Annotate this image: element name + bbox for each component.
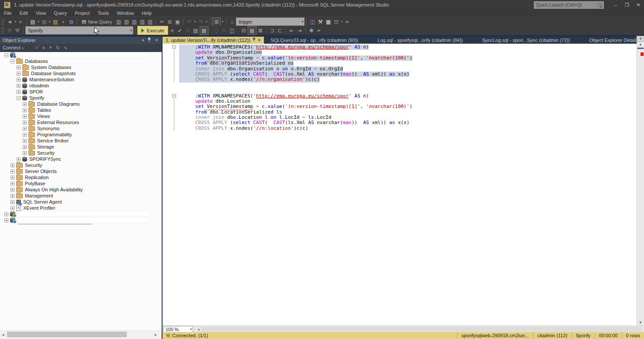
dax-query-icon[interactable]: ▥ <box>146 18 154 26</box>
copy-icon[interactable]: ⧉ <box>166 18 173 26</box>
selection-box-icon[interactable]: ⊞ <box>212 17 221 26</box>
quick-launch-input[interactable]: Quick Launch (Ctrl+Q) <box>534 1 604 9</box>
close-panel-icon[interactable]: ✕ <box>155 38 158 42</box>
paste-icon[interactable]: ▣ <box>173 18 181 26</box>
object-explorer-tree[interactable]: −−Databases+System Databases+Database Sn… <box>0 52 162 330</box>
dropdown-arrow-icon[interactable]: ▾ <box>193 20 197 24</box>
nav-forward-icon[interactable]: ► <box>17 18 25 26</box>
editor-vscrollbar[interactable]: ✛ ▲ ▼ <box>637 36 644 325</box>
expand-icon[interactable]: + <box>17 72 21 76</box>
expand-icon[interactable]: + <box>23 121 27 125</box>
tree-item-maintenancesolution[interactable]: +MaintenanceSolution <box>0 76 162 83</box>
expand-icon[interactable]: + <box>23 114 27 118</box>
command-window-icon[interactable]: ⊡ <box>332 18 340 26</box>
close-button[interactable]: ✕ <box>633 0 644 10</box>
dropdown-arrow-icon[interactable]: ▾ <box>221 20 224 24</box>
connect-menu[interactable]: Connect ▾ <box>3 45 24 50</box>
tree-item-views[interactable]: +Views <box>0 113 162 119</box>
toolbar-grip[interactable] <box>1 19 4 25</box>
tree-item-databases[interactable]: −Databases <box>0 58 162 64</box>
tree-item-synonyms[interactable]: +Synonyms <box>0 125 162 131</box>
comment-selection-icon[interactable]: ⊐ <box>268 27 276 35</box>
activity-monitor-icon[interactable]: ∿ <box>63 45 67 51</box>
results-to-text-icon[interactable]: ⊟ <box>240 27 248 35</box>
scroll-down-icon[interactable]: ▼ <box>637 321 644 325</box>
tree-item-server-objects[interactable]: +Server Objects <box>0 168 162 174</box>
tab-2[interactable]: SQLQuery33.sql - sp...rify (citadmin (90… <box>267 37 361 44</box>
tree-item-security[interactable]: +Security <box>0 162 162 168</box>
scroll-right-icon[interactable]: ▸ <box>155 330 161 339</box>
undo-icon[interactable]: ↶ <box>185 18 193 26</box>
scrollbar-thumb[interactable] <box>637 48 644 49</box>
expand-icon[interactable]: + <box>10 206 14 210</box>
tree-item-system-databases[interactable]: +System Databases <box>0 64 162 70</box>
restore-button[interactable]: ❐ <box>621 0 633 10</box>
tree-item-polybase[interactable]: +PolyBase <box>0 180 162 187</box>
expand-icon[interactable]: + <box>23 145 27 149</box>
save-icon[interactable]: ▪ <box>59 18 67 26</box>
tree-item-programmability[interactable]: +Programmability <box>0 131 162 138</box>
toolbox-icon[interactable]: ▦ <box>324 18 332 26</box>
tree-item-management[interactable]: +Management <box>0 193 162 199</box>
scroll-up-icon[interactable]: ▲ <box>637 42 644 46</box>
wrench-icon[interactable]: ⚒ <box>316 18 324 26</box>
menu-window[interactable]: Window <box>113 10 138 17</box>
expand-icon[interactable]: + <box>17 78 21 82</box>
dropdown-arrow-icon[interactable]: ▾ <box>14 20 17 24</box>
object-explorer-hscrollbar[interactable]: ◂ ▸ <box>0 330 162 339</box>
specify-template-values-icon[interactable]: ◫ <box>228 27 236 35</box>
uncomment-selection-icon[interactable]: ⊏ <box>276 27 284 35</box>
code-fold-icon[interactable]: − <box>172 94 176 98</box>
pin-icon[interactable] <box>253 38 256 43</box>
expand-icon[interactable]: + <box>10 176 14 180</box>
open-file-icon[interactable]: ▨ <box>52 18 59 26</box>
dropdown-arrow-icon[interactable]: ▾ <box>340 20 343 24</box>
available-databases-combo[interactable]: Sporify▾ <box>25 26 133 35</box>
window-position-icon[interactable]: ▾ <box>142 38 144 42</box>
scrollbar-thumb[interactable] <box>7 332 127 337</box>
xmla-query-icon[interactable]: ▥ <box>138 18 146 26</box>
minimize-button[interactable]: – <box>610 0 621 10</box>
tree-item-replication[interactable]: +Replication <box>0 174 162 180</box>
intellisense-enabled-icon[interactable]: ✱ <box>308 27 315 35</box>
refresh-icon[interactable]: ↻ <box>56 45 60 51</box>
tree-item-sporifysync[interactable]: +SPORIFYSync <box>0 156 162 162</box>
tree-item-rdsadmin[interactable]: +rdsadmin <box>0 83 162 89</box>
save-all-icon[interactable]: ⧉ <box>67 18 75 26</box>
decrease-indent-icon[interactable]: ⇤ <box>288 27 296 35</box>
new-file-icon[interactable]: ▤ <box>29 18 37 26</box>
display-estimated-plan-icon[interactable]: ⁘ <box>184 27 192 35</box>
filter-icon[interactable]: ▼ <box>48 45 52 50</box>
expand-icon[interactable]: + <box>23 139 27 143</box>
tab-1[interactable]: 1. update VersionTi...ify (citadmin (112… <box>163 37 264 44</box>
menu-file[interactable]: File <box>0 10 16 17</box>
tree-item-external-resources[interactable]: +External Resources <box>0 119 162 125</box>
results-to-file-icon[interactable]: ⊠ <box>256 27 264 35</box>
tree-item-storage[interactable]: +Storage <box>0 144 162 150</box>
tree-item-database-snapshots[interactable]: +Database Snapshots <box>0 70 162 76</box>
connect-plug-icon[interactable]: Ψ <box>27 45 31 50</box>
menu-project[interactable]: Project <box>71 10 93 17</box>
tree-item-security[interactable]: +Security <box>0 150 162 156</box>
expand-icon[interactable]: + <box>10 163 14 167</box>
parse-query-icon[interactable]: ✓ <box>176 27 184 35</box>
toolbar-overflow-icon[interactable]: ▾▾ <box>315 28 322 33</box>
connect-icon[interactable]: Ψ <box>14 27 21 35</box>
nav-backward-icon[interactable]: ◄ <box>6 18 14 26</box>
scroll-left-icon[interactable]: ◂ <box>197 327 200 332</box>
collapse-icon[interactable]: − <box>4 53 8 57</box>
vs-shell-icon[interactable]: ◫ <box>308 18 316 26</box>
expand-icon[interactable]: + <box>17 157 21 161</box>
zoom-level-combo[interactable]: 100 % ▾ <box>163 326 193 332</box>
menu-tools[interactable]: Tools <box>94 10 113 17</box>
expand-icon[interactable]: + <box>10 188 14 192</box>
tree-item-tables[interactable]: +Tables <box>0 107 162 113</box>
increase-indent-icon[interactable]: ⇥ <box>296 27 304 35</box>
tree-item-server[interactable]: + <box>0 211 162 217</box>
database-engine-query-icon[interactable]: ▥ <box>114 18 122 26</box>
menu-view[interactable]: View <box>32 10 50 17</box>
tree-item-spor[interactable]: +SPOR <box>0 89 162 95</box>
dmx-query-icon[interactable]: ▥ <box>130 18 138 26</box>
scroll-left-icon[interactable]: ◂ <box>0 332 6 337</box>
mdx-query-icon[interactable]: ▥ <box>122 18 130 26</box>
